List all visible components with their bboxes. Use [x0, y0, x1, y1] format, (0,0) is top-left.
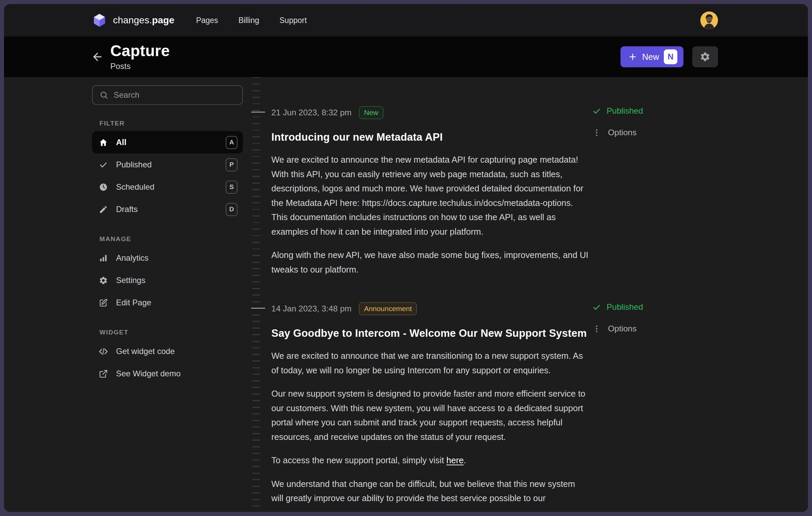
sidebar-sections: FILTER All A Published P Scheduled S Dra… [92, 120, 243, 385]
check-icon [99, 160, 108, 169]
external-link-icon [99, 369, 108, 378]
post-status-label: Published [607, 302, 643, 312]
check-icon [592, 303, 601, 312]
sidebar: FILTER All A Published P Scheduled S Dra… [92, 77, 243, 512]
timeline-tick [251, 308, 265, 309]
post-status: Published [592, 106, 663, 116]
top-nav: changes.page PagesBillingSupport [4, 4, 808, 37]
post-card: 21 Jun 2023, 8:32 pm New Introducing our… [271, 105, 664, 277]
post-options-label: Options [608, 128, 636, 137]
sidebar-item-get-widget-code[interactable]: Get widget code [92, 340, 243, 362]
post-card: 14 Jan 2023, 3:48 pm Announcement Say Go… [271, 302, 664, 506]
post-paragraph: Our new support system is designed to pr… [271, 386, 589, 444]
bar-chart-icon [99, 254, 108, 263]
pencil-icon [99, 205, 108, 214]
sidebar-section-label: WIDGET [99, 329, 243, 336]
posts-list: 21 Jun 2023, 8:32 pm New Introducing our… [271, 77, 808, 512]
timeline-dashes [252, 77, 260, 512]
app-window: changes.page PagesBillingSupport Capture… [4, 4, 808, 512]
sidebar-item-label: Drafts [116, 205, 138, 214]
post-badge: Announcement [359, 302, 417, 315]
edit-square-icon [99, 298, 108, 307]
sidebar-item-label: Get widget code [116, 347, 175, 356]
post-body: We are excited to announce the new metad… [271, 153, 589, 277]
search-icon [99, 91, 108, 99]
sidebar-item-label: Edit Page [116, 298, 151, 307]
shortcut-badge: S [226, 181, 238, 194]
post-paragraph: We are excited to announce that we are t… [271, 349, 589, 377]
sidebar-section-items: All A Published P Scheduled S Drafts D [92, 131, 243, 220]
page-settings-button[interactable] [692, 46, 718, 67]
sidebar-item-label: See Widget demo [116, 369, 181, 378]
new-button-label: New [642, 52, 659, 62]
shortcut-badge: D [226, 203, 238, 216]
sidebar-item-edit-page[interactable]: Edit Page [92, 291, 243, 314]
nav-link-support[interactable]: Support [279, 16, 307, 25]
main-area: FILTER All A Published P Scheduled S Dra… [4, 77, 808, 512]
sidebar-item-scheduled[interactable]: Scheduled S [92, 176, 243, 198]
post-options-button[interactable]: Options [592, 324, 663, 333]
inline-link[interactable]: here [446, 455, 464, 465]
new-shortcut-badge: N [664, 49, 677, 64]
sidebar-item-label: Settings [116, 276, 145, 285]
sidebar-section: WIDGET Get widget code See Widget demo [92, 329, 243, 385]
sidebar-section-label: MANAGE [99, 235, 243, 243]
avatar-image [700, 11, 718, 29]
sidebar-section: FILTER All A Published P Scheduled S Dra… [92, 120, 243, 220]
sidebar-item-label: Scheduled [116, 182, 154, 192]
post-paragraph: We understand that change can be difficu… [271, 477, 589, 506]
post-paragraph: Along with the new API, we have also mad… [271, 248, 589, 277]
search-box[interactable] [92, 85, 243, 105]
sidebar-item-analytics[interactable]: Analytics [92, 247, 243, 269]
title-block: Capture Posts [110, 43, 170, 71]
user-avatar[interactable] [700, 11, 718, 29]
post-options-label: Options [608, 324, 636, 333]
cube-logo-icon [92, 13, 107, 28]
sidebar-item-label: All [116, 138, 127, 147]
kebab-menu-icon [592, 324, 601, 333]
post-date: 21 Jun 2023, 8:32 pm [271, 108, 352, 117]
sidebar-item-published[interactable]: Published P [92, 154, 243, 176]
shortcut-badge: A [226, 136, 238, 149]
post-body: We are excited to announce that we are t… [271, 349, 589, 506]
new-post-button[interactable]: New N [621, 46, 683, 67]
sidebar-item-see-widget-demo[interactable]: See Widget demo [92, 362, 243, 385]
sidebar-item-drafts[interactable]: Drafts D [92, 198, 243, 220]
code-icon [99, 347, 108, 356]
sidebar-item-label: Published [116, 160, 152, 169]
arrow-left-icon [91, 51, 104, 63]
page-subtitle: Posts [110, 62, 170, 71]
post-date: 14 Jan 2023, 3:48 pm [271, 304, 352, 313]
sidebar-item-settings[interactable]: Settings [92, 269, 243, 291]
nav-link-pages[interactable]: Pages [196, 16, 218, 25]
brand-name: changes.page [113, 15, 174, 26]
sidebar-section-items: Get widget code See Widget demo [92, 340, 243, 385]
post-status-rail: Published Options [592, 106, 663, 137]
post-badge: New [359, 106, 383, 119]
sidebar-item-all[interactable]: All A [92, 131, 243, 154]
kebab-menu-icon [592, 128, 601, 137]
sidebar-item-label: Analytics [116, 253, 149, 263]
nav-link-billing[interactable]: Billing [239, 16, 259, 25]
timeline-ruler [243, 77, 271, 512]
post-options-button[interactable]: Options [592, 128, 663, 137]
post-paragraph: To access the new support portal, simply… [271, 453, 589, 468]
page-header: Capture Posts New N [4, 37, 808, 77]
sidebar-section: MANAGE Analytics Settings Edit Page [92, 235, 243, 314]
plus-icon [628, 52, 637, 62]
gear-icon [700, 51, 710, 62]
sidebar-section-items: Analytics Settings Edit Page [92, 247, 243, 314]
header-actions: New N [621, 46, 718, 67]
post-paragraph: We are excited to announce the new metad… [271, 153, 589, 239]
sidebar-section-label: FILTER [99, 120, 243, 127]
check-icon [592, 107, 601, 116]
home-icon [99, 138, 108, 147]
brand-logo[interactable]: changes.page [92, 13, 174, 28]
post-status-label: Published [607, 106, 643, 116]
post-status-rail: Published Options [592, 302, 663, 333]
clock-icon [99, 183, 108, 192]
post-status: Published [592, 302, 663, 312]
search-input[interactable] [114, 90, 235, 100]
back-button[interactable] [89, 49, 106, 65]
nav-links: PagesBillingSupport [196, 16, 307, 25]
